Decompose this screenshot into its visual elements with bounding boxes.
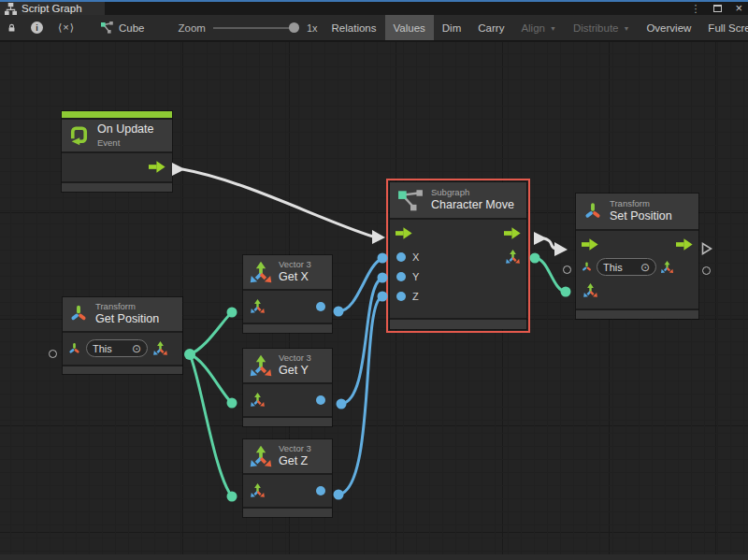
canvas-edge xyxy=(0,554,748,560)
overview-button[interactable]: Overview xyxy=(638,15,699,40)
node-subtitle: Vector 3 xyxy=(279,352,311,364)
this-value: This xyxy=(603,262,623,273)
flow-output-port[interactable] xyxy=(504,227,521,239)
transform-port-icon[interactable] xyxy=(581,260,593,274)
input-port-y[interactable] xyxy=(396,272,406,281)
node-on-update[interactable]: On Update Event xyxy=(62,111,172,192)
input-port-z[interactable] xyxy=(396,292,406,301)
node-footer xyxy=(243,324,332,333)
maximize-icon[interactable] xyxy=(713,5,722,12)
tab-script-graph[interactable]: Script Graph xyxy=(0,2,105,15)
transform-port-icon[interactable] xyxy=(67,341,81,356)
selection-outline: Subgraph Character Move X Y xyxy=(386,179,530,333)
node-footer xyxy=(576,310,698,319)
wire-endpoint xyxy=(334,490,344,500)
zoom-label: Zoom xyxy=(179,22,206,34)
edit-graph-button[interactable]: ⟨×⟩ xyxy=(50,15,82,40)
graph-target-icon xyxy=(101,22,113,34)
fullscreen-button[interactable]: Full Screen xyxy=(699,15,748,40)
graph-canvas[interactable]: On Update Event Transform Get Position T… xyxy=(0,42,748,560)
values-toggle[interactable]: Values xyxy=(385,15,434,40)
wire-endpoint xyxy=(334,307,344,317)
distribute-label: Distribute xyxy=(573,22,619,34)
graph-target[interactable]: Cube xyxy=(92,15,154,40)
float-output-port[interactable] xyxy=(316,395,325,405)
wire-value-getposition-getx[interactable] xyxy=(190,312,232,354)
flow-input-port[interactable] xyxy=(396,227,412,239)
wire-value-getposition-gety[interactable] xyxy=(190,354,232,403)
wire-endpoint xyxy=(227,398,237,409)
zoom-slider[interactable] xyxy=(213,22,299,34)
align-dropdown[interactable]: Align ▼ xyxy=(512,15,565,40)
node-footer xyxy=(63,366,182,374)
lock-button[interactable] xyxy=(0,15,23,40)
wire-value-getposition-getz[interactable] xyxy=(190,354,232,496)
node-footer xyxy=(62,183,172,192)
this-field[interactable]: This ⊙ xyxy=(597,258,656,276)
align-label: Align xyxy=(521,22,545,34)
wire-flow-charactermove-setposition[interactable] xyxy=(544,238,555,249)
this-value: This xyxy=(93,343,112,354)
event-color-bar xyxy=(62,111,172,118)
object-picker-icon[interactable]: ⊙ xyxy=(132,343,141,354)
node-get-y[interactable]: Vector 3 Get Y xyxy=(243,349,332,426)
vector3-input-port-icon[interactable] xyxy=(583,282,598,298)
flow-output-port[interactable] xyxy=(149,161,165,173)
node-title: Get Y xyxy=(279,364,311,379)
wire-value-getz-z[interactable] xyxy=(338,297,381,495)
zoom-slider-track xyxy=(213,27,299,29)
graph-toolbar: i ⟨×⟩ Cube Zoom 1x Relations Values Dim … xyxy=(0,15,748,41)
vector3-output-port-icon[interactable] xyxy=(505,249,521,265)
carry-toggle[interactable]: Carry xyxy=(469,15,512,40)
node-subtitle: Subgraph xyxy=(431,187,514,198)
distribute-dropdown[interactable]: Distribute ▼ xyxy=(565,15,639,40)
unconnected-port-ring[interactable] xyxy=(702,266,711,275)
node-title: Set Position xyxy=(610,209,672,224)
close-icon[interactable]: × xyxy=(735,2,742,14)
vector3-output-port-icon[interactable] xyxy=(660,260,674,274)
info-button[interactable]: i xyxy=(23,15,50,40)
unconnected-port-ring[interactable] xyxy=(49,350,57,358)
this-field[interactable]: This ⊙ xyxy=(86,339,148,357)
float-output-port[interactable] xyxy=(316,486,325,495)
flow-output-port[interactable] xyxy=(676,238,693,251)
tab-bar: Script Graph ⋮ × xyxy=(0,2,748,15)
node-get-x[interactable]: Vector 3 Get X xyxy=(243,255,332,333)
node-set-position[interactable]: Transform Set Position This ⊙ xyxy=(576,194,698,319)
zoom-slider-handle[interactable] xyxy=(289,22,299,33)
unconnected-flow-triangle[interactable] xyxy=(701,242,712,255)
node-subtitle: Vector 3 xyxy=(279,259,311,270)
input-port-x[interactable] xyxy=(396,252,406,262)
wire-endpoint xyxy=(337,399,347,409)
vector3-input-port-icon[interactable] xyxy=(250,298,266,314)
subgraph-icon xyxy=(397,188,424,212)
transform-icon xyxy=(68,302,89,325)
vector3-icon xyxy=(249,260,273,284)
relations-toggle[interactable]: Relations xyxy=(324,15,385,40)
node-title: On Update xyxy=(97,122,153,137)
wire-value-gety-y[interactable] xyxy=(341,279,381,404)
vector3-icon xyxy=(249,353,273,378)
vector3-input-port-icon[interactable] xyxy=(250,392,266,408)
wire-endpoint xyxy=(227,308,237,318)
code-icon: ⟨×⟩ xyxy=(58,22,75,34)
unconnected-port-ring[interactable] xyxy=(563,266,571,274)
wire-value-charactermove-setposition[interactable] xyxy=(535,258,566,292)
vector3-output-port-icon[interactable] xyxy=(152,340,168,356)
wire-arrowhead xyxy=(372,230,385,244)
kebab-menu-icon[interactable]: ⋮ xyxy=(690,4,700,14)
dim-toggle[interactable]: Dim xyxy=(434,15,469,40)
flow-input-port[interactable] xyxy=(582,238,598,251)
wire-value-getx-x[interactable] xyxy=(338,259,381,311)
wire-endpoint xyxy=(227,492,237,502)
wire-flow-onupdate-charactermove[interactable] xyxy=(182,169,373,237)
vector3-input-port-icon[interactable] xyxy=(250,482,266,498)
node-get-position[interactable]: Transform Get Position This ⊙ xyxy=(63,297,182,374)
port-label-y: Y xyxy=(412,271,419,282)
node-title: Get Position xyxy=(95,312,159,327)
float-output-port[interactable] xyxy=(316,302,325,311)
object-picker-icon[interactable]: ⊙ xyxy=(640,262,650,273)
node-character-move[interactable]: Subgraph Character Move X Y xyxy=(390,182,526,329)
node-get-z[interactable]: Vector 3 Get Z xyxy=(243,439,332,517)
node-footer xyxy=(390,320,526,329)
